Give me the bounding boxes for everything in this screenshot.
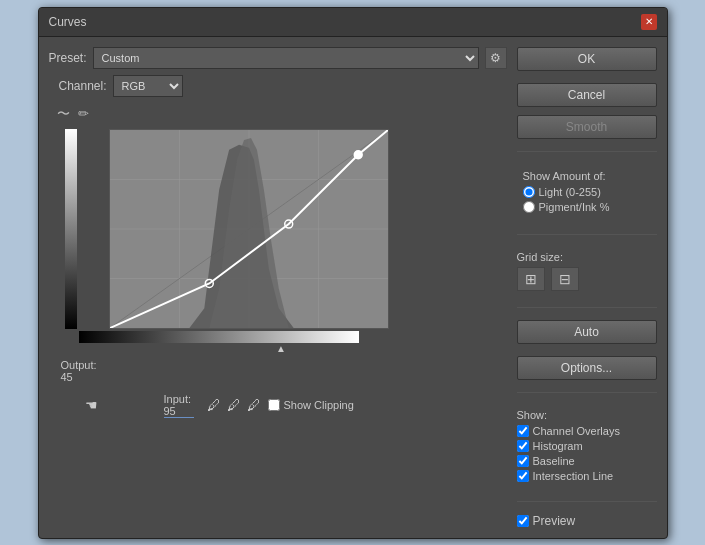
right-panel: OK Cancel Smooth Show Amount of: Light (… [517, 47, 657, 528]
histogram-cb[interactable] [517, 440, 529, 452]
close-button[interactable]: ✕ [641, 14, 657, 30]
hand-tool-icon[interactable]: ☚ [85, 397, 98, 413]
show-clipping-label: Show Clipping [284, 399, 354, 411]
intersection-line-label: Intersection Line [533, 470, 614, 482]
curves-dialog: Curves ✕ Preset: Custom ⚙ Channel: RGB [38, 7, 668, 539]
show-clipping-row: Show Clipping [268, 399, 354, 411]
divider-5 [517, 501, 657, 502]
intersection-line-cb[interactable] [517, 470, 529, 482]
gear-button[interactable]: ⚙ [485, 47, 507, 69]
output-section: Output: 45 [49, 359, 507, 383]
light-radio-label: Light (0-255) [539, 186, 601, 198]
preview-checkbox[interactable] [517, 515, 529, 527]
grid-size-title: Grid size: [517, 251, 657, 263]
dialog-body: Preset: Custom ⚙ Channel: RGB 〜 ✏ [39, 37, 667, 538]
auto-button[interactable]: Auto [517, 320, 657, 344]
input-label: Input: [164, 393, 194, 405]
curve-canvas[interactable] [109, 129, 389, 329]
divider-1 [517, 151, 657, 152]
input-triangle-indicator: ▲ [174, 343, 389, 354]
channel-overlays-cb[interactable] [517, 425, 529, 437]
preview-row: Preview [517, 514, 657, 528]
pigment-radio-row: Pigment/Ink % [523, 201, 651, 213]
eyedropper-tools: 🖊 🖊 🖊 [206, 396, 262, 414]
divider-3 [517, 307, 657, 308]
light-radio-row: Light (0-255) [523, 186, 651, 198]
histogram-row: Histogram [517, 440, 657, 452]
input-section: Input: [104, 393, 194, 418]
cancel-button[interactable]: Cancel [517, 83, 657, 107]
ok-button[interactable]: OK [517, 47, 657, 71]
preset-select[interactable]: Custom [93, 47, 479, 69]
baseline-cb[interactable] [517, 455, 529, 467]
channel-row: Channel: RGB [49, 75, 507, 97]
left-panel: Preset: Custom ⚙ Channel: RGB 〜 ✏ [49, 47, 507, 528]
channel-select[interactable]: RGB [113, 75, 183, 97]
smooth-button[interactable]: Smooth [517, 115, 657, 139]
grid-large-button[interactable]: ⊟ [551, 267, 579, 291]
bottom-bar: ☚ Input: 🖊 🖊 🖊 Show Clipping [49, 387, 507, 424]
dialog-title: Curves [49, 15, 87, 29]
histogram-label: Histogram [533, 440, 583, 452]
options-button[interactable]: Options... [517, 356, 657, 380]
gray-point-eyedropper[interactable]: 🖊 [226, 396, 242, 414]
divider-4 [517, 392, 657, 393]
show-amount-title: Show Amount of: [523, 170, 651, 182]
pigment-radio-label: Pigment/Ink % [539, 201, 610, 213]
show-amount-section: Show Amount of: Light (0-255) Pigment/In… [517, 164, 657, 222]
show-section: Show: Channel Overlays Histogram Baselin… [517, 405, 657, 489]
show-title: Show: [517, 409, 657, 421]
light-radio[interactable] [523, 186, 535, 198]
grid-size-section: Grid size: ⊞ ⊟ [517, 247, 657, 295]
black-point-eyedropper[interactable]: 🖊 [206, 396, 222, 414]
title-bar: Curves ✕ [39, 8, 667, 37]
output-value: 45 [55, 371, 507, 383]
divider-2 [517, 234, 657, 235]
channel-overlays-label: Channel Overlays [533, 425, 620, 437]
channel-label: Channel: [59, 79, 107, 93]
baseline-row: Baseline [517, 455, 657, 467]
preset-row: Preset: Custom ⚙ [49, 47, 507, 69]
output-label: Output: [55, 359, 507, 371]
intersection-line-row: Intersection Line [517, 470, 657, 482]
pencil-tool-icon[interactable]: ✏ [76, 104, 91, 123]
curve-tools: 〜 ✏ [49, 103, 507, 125]
input-field[interactable] [164, 405, 194, 418]
white-point-eyedropper[interactable]: 🖊 [246, 396, 262, 414]
curve-tool-icon[interactable]: 〜 [55, 103, 72, 125]
grid-small-button[interactable]: ⊞ [517, 267, 545, 291]
preview-label: Preview [533, 514, 576, 528]
baseline-label: Baseline [533, 455, 575, 467]
svg-point-12 [354, 150, 362, 158]
curve-area: ▲ [79, 129, 389, 354]
show-clipping-checkbox[interactable] [268, 399, 280, 411]
horizontal-gradient [79, 331, 359, 343]
channel-overlays-row: Channel Overlays [517, 425, 657, 437]
grid-icons: ⊞ ⊟ [517, 267, 657, 291]
pigment-radio[interactable] [523, 201, 535, 213]
vertical-gradient [65, 129, 77, 329]
preset-label: Preset: [49, 51, 87, 65]
